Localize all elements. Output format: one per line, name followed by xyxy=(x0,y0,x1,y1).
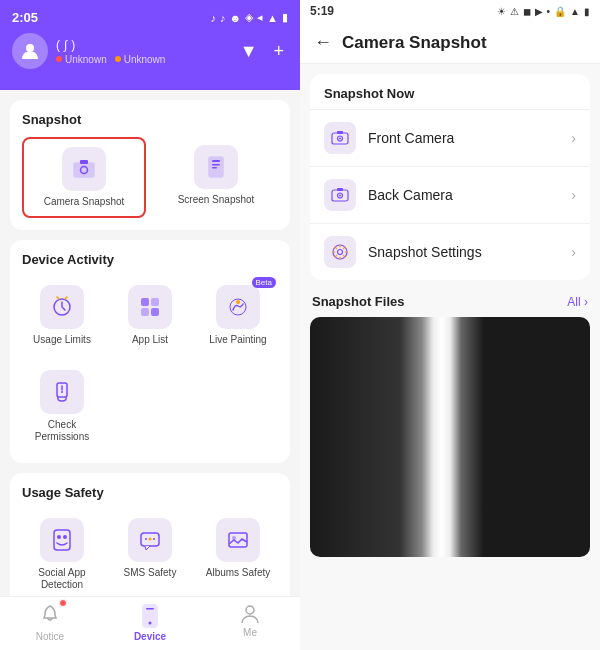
arrow-icon: ◂ xyxy=(257,11,263,24)
social-app-item[interactable]: Social App Detection xyxy=(22,510,102,596)
paren-right: ) xyxy=(71,38,75,52)
back-camera-chevron: › xyxy=(571,187,576,203)
svg-point-19 xyxy=(63,535,67,539)
left-status-bar: 2:05 ♪ ♪ ☻ ◈ ◂ ▲ ▮ xyxy=(12,10,288,25)
square-icon: ◼ xyxy=(523,6,531,17)
svg-rect-9 xyxy=(141,298,149,306)
back-camera-label: Back Camera xyxy=(368,187,559,203)
sms-safety-icon xyxy=(128,518,172,562)
app-list-icon xyxy=(128,285,172,329)
svg-rect-17 xyxy=(54,530,70,550)
dot-unknown-1: Unknown xyxy=(56,54,107,65)
social-app-icon xyxy=(40,518,84,562)
wifi-icon: ▲ xyxy=(267,12,278,24)
camera-snapshot-icon xyxy=(62,147,106,191)
snapshot-image xyxy=(310,317,590,557)
screen-snapshot-item[interactable]: Screen Snapshot xyxy=(154,137,278,218)
sms-safety-item[interactable]: SMS Safety xyxy=(110,510,190,596)
sun-icon: ☀ xyxy=(497,6,506,17)
svg-point-14 xyxy=(236,300,240,304)
device-activity-grid: Usage Limits App List Beta xyxy=(22,277,278,451)
nav-bar: Notice Device Me xyxy=(0,596,300,650)
right-title: Camera Snapshot xyxy=(342,33,487,53)
albums-safety-label: Albums Safety xyxy=(206,567,270,579)
right-content: Snapshot Now Front Camera › xyxy=(300,64,600,650)
add-button[interactable]: + xyxy=(269,37,288,66)
svg-rect-2 xyxy=(80,160,88,164)
unknown-label-1: Unknown xyxy=(65,54,107,65)
svg-rect-35 xyxy=(337,188,343,191)
right-status-icons: ☀ ⚠ ◼ ▶ • 🔒 ▲ ▮ xyxy=(497,6,590,17)
wave-icon: ∫ xyxy=(64,38,67,52)
app-list-item[interactable]: App List xyxy=(110,277,190,354)
dropdown-button[interactable]: ▼ xyxy=(236,37,262,66)
nav-device-label: Device xyxy=(134,631,166,642)
svg-rect-10 xyxy=(151,298,159,306)
right-status-bar: 5:19 ☀ ⚠ ◼ ▶ • 🔒 ▲ ▮ xyxy=(300,0,600,22)
snapshot-files-title: Snapshot Files xyxy=(312,294,404,309)
albums-safety-item[interactable]: Albums Safety xyxy=(198,510,278,596)
header-actions: ▼ + xyxy=(236,37,288,66)
orange-dot xyxy=(115,56,121,62)
svg-point-27 xyxy=(149,622,152,625)
snapshot-now-title: Snapshot Now xyxy=(310,74,590,109)
snapshot-files-section: Snapshot Files All › xyxy=(310,290,590,557)
albums-safety-icon xyxy=(216,518,260,562)
snapshot-now-section: Snapshot Now Front Camera › xyxy=(310,74,590,280)
screen-snapshot-label: Screen Snapshot xyxy=(178,194,255,206)
svg-rect-5 xyxy=(212,160,220,162)
dot-icon: • xyxy=(547,6,551,17)
snapshot-title: Snapshot xyxy=(22,112,278,127)
left-time: 2:05 xyxy=(12,10,38,25)
header-left: ( ∫ ) Unknown Unknown xyxy=(12,33,165,69)
unknown-label-2: Unknown xyxy=(124,54,166,65)
social-app-label: Social App Detection xyxy=(26,567,98,591)
play-icon: ▶ xyxy=(535,6,543,17)
nav-device[interactable]: Device xyxy=(100,603,200,642)
live-painting-item[interactable]: Beta Live Painting xyxy=(198,277,278,354)
nav-me[interactable]: Me xyxy=(200,603,300,642)
tiktok2-icon: ♪ xyxy=(220,12,226,24)
snapshot-grid: Camera Snapshot Screen Snapshot xyxy=(22,137,278,218)
check-permissions-item[interactable]: Check Permissions xyxy=(22,362,102,451)
battery-right-icon: ▮ xyxy=(584,6,590,17)
nav-notice-label: Notice xyxy=(36,631,64,642)
front-camera-item[interactable]: Front Camera › xyxy=(310,109,590,166)
device-activity-section: Device Activity Usage Limits xyxy=(10,240,290,463)
nav-me-label: Me xyxy=(243,627,257,638)
svg-point-29 xyxy=(246,606,254,614)
wifi-right-icon: ▲ xyxy=(570,6,580,17)
svg-rect-11 xyxy=(141,308,149,316)
snapshot-files-all[interactable]: All › xyxy=(567,295,588,309)
header-info: ( ∫ ) Unknown Unknown xyxy=(56,38,165,65)
snapshot-files-header: Snapshot Files All › xyxy=(310,290,590,317)
usage-safety-grid: Social App Detection SMS Safety xyxy=(22,510,278,596)
face-icon: ☻ xyxy=(230,12,242,24)
left-panel: 2:05 ♪ ♪ ☻ ◈ ◂ ▲ ▮ xyxy=(0,0,300,650)
device-activity-title: Device Activity xyxy=(22,252,278,267)
camera-snapshot-item[interactable]: Camera Snapshot xyxy=(22,137,146,218)
svg-rect-28 xyxy=(146,608,154,610)
usage-safety-section: Usage Safety Social App Detection xyxy=(10,473,290,596)
snapshot-settings-chevron: › xyxy=(571,244,576,260)
status-dots: Unknown Unknown xyxy=(56,54,165,65)
snapshot-section: Snapshot Camera Snapshot xyxy=(10,100,290,230)
usage-limits-item[interactable]: Usage Limits xyxy=(22,277,102,354)
snapshot-settings-item[interactable]: Snapshot Settings › xyxy=(310,223,590,280)
svg-point-0 xyxy=(26,44,34,52)
notice-icon-wrap xyxy=(39,603,61,629)
live-painting-label: Live Painting xyxy=(209,334,266,346)
front-camera-chevron: › xyxy=(571,130,576,146)
warning-icon: ⚠ xyxy=(510,6,519,17)
front-camera-label: Front Camera xyxy=(368,130,559,146)
back-button[interactable]: ← xyxy=(314,32,332,53)
svg-rect-12 xyxy=(151,308,159,316)
right-panel: 5:19 ☀ ⚠ ◼ ▶ • 🔒 ▲ ▮ ← Camera Snapshot S… xyxy=(300,0,600,650)
back-camera-item[interactable]: Back Camera › xyxy=(310,166,590,223)
nav-notice[interactable]: Notice xyxy=(0,603,100,642)
camera-snapshot-label: Camera Snapshot xyxy=(44,196,125,208)
svg-point-37 xyxy=(339,195,341,197)
lock-icon: 🔒 xyxy=(554,6,566,17)
svg-rect-31 xyxy=(337,131,343,134)
svg-point-18 xyxy=(57,535,61,539)
